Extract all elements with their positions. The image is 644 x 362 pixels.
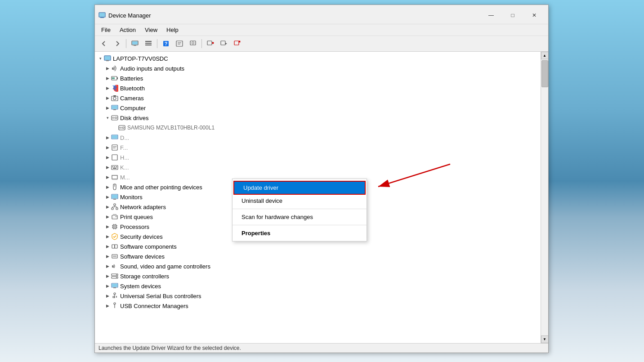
disk-drives-icon [111, 114, 118, 121]
ctx-properties[interactable]: Properties [233, 227, 367, 239]
mice-icon [111, 183, 118, 191]
context-menu: Update driver Uninstall device Scan for … [232, 179, 367, 241]
tree-item-firmware[interactable]: ▶ F... [95, 143, 541, 152]
back-button[interactable] [98, 38, 110, 49]
tree-item-usb-connector[interactable]: ▶ USB Connector Managers [95, 301, 541, 311]
menu-view[interactable]: View [140, 25, 162, 35]
processors-expand[interactable]: ▶ [104, 223, 111, 230]
tree-item-cameras[interactable]: ▶ Cameras [95, 93, 541, 103]
tree-item-software-components[interactable]: ▶ Software components [95, 241, 541, 251]
tree-item-sound[interactable]: ▶ Sound, video and game controllers [95, 261, 541, 271]
tree-item-storage[interactable]: ▶ Storage controllers [95, 271, 541, 281]
network-expand[interactable]: ▶ [104, 203, 111, 210]
network-label: Network adapters [120, 204, 166, 210]
properties-button[interactable] [173, 38, 186, 49]
svg-rect-86 [112, 265, 114, 268]
ctx-scan-hardware[interactable]: Scan for hardware changes [233, 211, 367, 223]
usb-connector-expand[interactable]: ▶ [104, 302, 111, 309]
bluetooth-expand[interactable]: ▶ [104, 85, 111, 92]
display-expand[interactable]: ▶ [104, 134, 111, 141]
device-manager-window: Device Manager — □ ✕ File Action View He… [94, 4, 549, 353]
toolbar: ? [95, 36, 548, 52]
svg-rect-53 [116, 166, 117, 167]
tree-item-display[interactable]: ▶ D... [95, 133, 541, 143]
scroll-thumb[interactable] [541, 60, 548, 87]
maximize-button[interactable]: □ [502, 9, 523, 22]
tree-item-system[interactable]: ▶ System devices [95, 281, 541, 291]
svg-rect-30 [117, 77, 118, 79]
scan-button[interactable] [187, 38, 199, 49]
firmware-expand[interactable]: ▶ [104, 144, 111, 151]
content-area: ▾ LAPTOP-T7VV0SDC ▶ [95, 52, 548, 343]
scroll-track[interactable] [541, 59, 549, 335]
tree-item-audio[interactable]: ▶ Audio inputs and outputs [95, 63, 541, 73]
svg-rect-34 [113, 95, 116, 97]
print-expand[interactable]: ▶ [104, 213, 111, 220]
uninstall-button[interactable] [204, 38, 217, 49]
minimize-button[interactable]: — [481, 9, 501, 22]
tree-item-disk-drives[interactable]: ▾ Disk drives [95, 113, 541, 123]
disk-drives-expand[interactable]: ▾ [104, 114, 111, 121]
scroll-down-button[interactable]: ▼ [541, 335, 549, 343]
scroll-up-button[interactable]: ▲ [541, 52, 549, 59]
samsung-icon [118, 124, 125, 131]
tree-panel[interactable]: ▾ LAPTOP-T7VV0SDC ▶ [95, 52, 541, 343]
ctx-uninstall-device[interactable]: Uninstall device [233, 195, 367, 207]
tree-item-keyboard[interactable]: ▶ K... [95, 162, 541, 172]
svg-rect-2 [99, 13, 105, 17]
tree-item-bluetooth[interactable]: ▶ 🔴 Bluetooth [95, 83, 541, 93]
title-bar-left: Device Manager [98, 12, 151, 19]
list-button[interactable] [142, 38, 155, 49]
tree-root[interactable]: ▾ LAPTOP-T7VV0SDC [95, 54, 541, 63]
forward-button[interactable] [111, 38, 124, 49]
menu-file[interactable]: File [97, 25, 115, 35]
memory-expand[interactable]: ▶ [104, 174, 111, 181]
svg-rect-54 [113, 168, 116, 169]
help-button[interactable]: ? [160, 38, 172, 49]
menu-action[interactable]: Action [115, 25, 140, 35]
mice-expand[interactable]: ▶ [104, 183, 111, 191]
firmware-label: F... [120, 144, 128, 151]
storage-label: Storage controllers [120, 273, 169, 280]
tree-item-batteries[interactable]: ▶ Batteries [95, 73, 541, 83]
delete-button[interactable] [231, 38, 244, 49]
usb-expand[interactable]: ▶ [104, 292, 111, 299]
toolbar-separator-1 [126, 39, 126, 48]
vertical-scrollbar[interactable]: ▲ ▼ [541, 52, 548, 343]
update-button[interactable] [218, 38, 230, 49]
computer-expand[interactable]: ▶ [104, 104, 111, 112]
cameras-expand[interactable]: ▶ [104, 94, 111, 102]
tree-item-usb[interactable]: ▶ Universal Serial Bus controllers [95, 291, 541, 301]
svg-rect-4 [132, 41, 138, 45]
svg-rect-37 [113, 109, 116, 110]
storage-expand[interactable]: ▶ [104, 273, 111, 280]
svg-marker-20 [225, 43, 227, 45]
menu-bar: File Action View Help [95, 24, 548, 36]
audio-expand[interactable]: ▶ [104, 65, 111, 72]
hid-expand[interactable]: ▶ [104, 154, 111, 161]
monitors-expand[interactable]: ▶ [104, 193, 111, 201]
tree-item-computer[interactable]: ▶ Computer [95, 103, 541, 113]
sound-expand[interactable]: ▶ [104, 263, 111, 270]
ctx-separator-2 [233, 225, 367, 225]
security-expand[interactable]: ▶ [104, 233, 111, 240]
svg-rect-43 [119, 127, 122, 129]
tree-item-software-devices[interactable]: ▶ Software devices [95, 251, 541, 261]
computer-button[interactable] [129, 38, 141, 49]
audio-label: Audio inputs and outputs [120, 65, 184, 72]
batteries-expand[interactable]: ▶ [104, 75, 111, 82]
sw-devices-expand[interactable]: ▶ [104, 253, 111, 260]
close-button[interactable]: ✕ [524, 9, 545, 22]
tree-item-hid[interactable]: ▶ H... [95, 152, 541, 162]
sw-components-label: Software components [120, 243, 177, 250]
menu-help[interactable]: Help [162, 25, 183, 35]
sw-components-expand[interactable]: ▶ [104, 243, 111, 250]
tree-item-samsung[interactable]: SAMSUNG MZVLB1T0HBLR-000L1 [95, 123, 541, 133]
security-label: Security devices [120, 233, 163, 240]
root-expand[interactable]: ▾ [97, 55, 104, 62]
system-expand[interactable]: ▶ [104, 282, 111, 290]
ctx-update-driver[interactable]: Update driver [233, 181, 366, 195]
svg-rect-36 [112, 106, 117, 109]
keyboard-expand[interactable]: ▶ [104, 164, 111, 171]
svg-rect-49 [112, 155, 117, 160]
